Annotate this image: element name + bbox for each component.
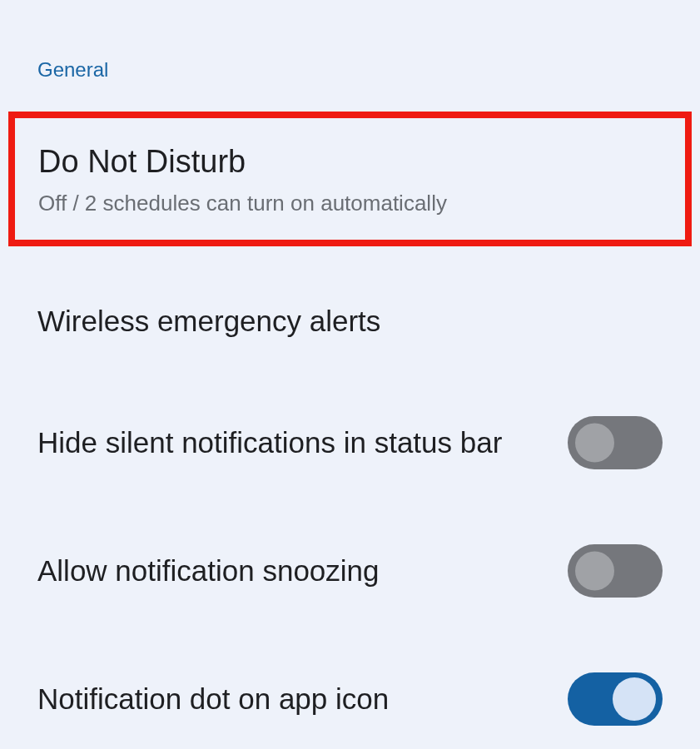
settings-container: General Do Not Disturb Off / 2 schedules… <box>0 0 700 747</box>
item-title: Do Not Disturb <box>38 141 645 182</box>
item-text: Do Not Disturb Off / 2 schedules can tur… <box>38 141 662 216</box>
item-text: Notification dot on app icon <box>37 679 568 718</box>
section-header-general: General <box>0 58 700 82</box>
setting-do-not-disturb[interactable]: Do Not Disturb Off / 2 schedules can tur… <box>8 112 692 246</box>
item-text: Hide silent notifications in status bar <box>37 423 568 462</box>
setting-hide-silent-notifications[interactable]: Hide silent notifications in status bar <box>0 394 700 491</box>
item-title: Hide silent notifications in status bar <box>37 423 551 462</box>
item-text: Allow notification snoozing <box>37 551 568 590</box>
toggle-notification-dot[interactable] <box>568 672 663 726</box>
setting-allow-notification-snoozing[interactable]: Allow notification snoozing <box>0 523 700 619</box>
toggle-hide-silent-notifications[interactable] <box>568 416 663 469</box>
item-title: Allow notification snoozing <box>37 551 551 590</box>
toggle-allow-notification-snoozing[interactable] <box>568 544 663 598</box>
toggle-thumb <box>575 423 614 462</box>
item-text: Wireless emergency alerts <box>37 301 663 340</box>
item-title: Notification dot on app icon <box>37 679 551 718</box>
toggle-thumb <box>613 677 656 721</box>
toggle-thumb <box>575 551 614 590</box>
setting-wireless-emergency-alerts[interactable]: Wireless emergency alerts <box>0 280 700 362</box>
setting-notification-dot[interactable]: Notification dot on app icon <box>0 651 700 747</box>
item-title: Wireless emergency alerts <box>37 301 646 340</box>
item-subtitle: Off / 2 schedules can turn on automatica… <box>38 191 645 216</box>
